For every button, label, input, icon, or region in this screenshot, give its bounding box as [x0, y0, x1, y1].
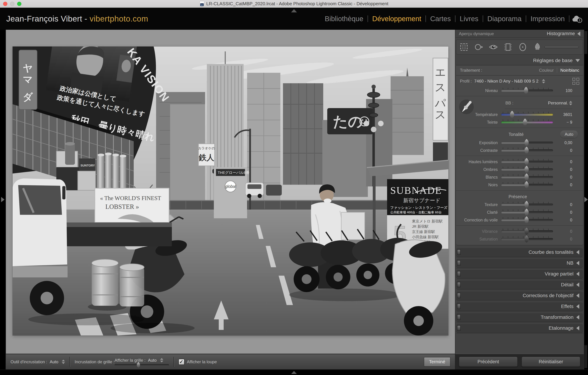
wb-stepper[interactable]	[569, 101, 572, 105]
auto-tone-button[interactable]: Auto	[560, 131, 578, 138]
slider-value[interactable]: 0	[553, 160, 572, 164]
panel-toggle-switch[interactable]	[457, 314, 461, 320]
module-cartes[interactable]: Cartes	[426, 15, 455, 23]
close-window-button[interactable]	[3, 2, 7, 6]
zoom-window-button[interactable]	[17, 2, 21, 6]
niveau-slider[interactable]	[501, 90, 553, 92]
panel-detail[interactable]: Détail	[456, 280, 583, 289]
hide-right-panel-arrow[interactable]	[585, 197, 588, 202]
slider-value[interactable]: 0	[553, 182, 572, 187]
previous-button[interactable]: Précédent	[459, 357, 518, 367]
slider-thumb[interactable]	[524, 228, 529, 235]
slider-value[interactable]: 3601	[553, 112, 572, 117]
cloud-sync-alert-icon[interactable]: !	[571, 15, 583, 23]
show-loupe-checkbox[interactable]: ✓	[178, 359, 184, 365]
graduated-filter-tool-icon[interactable]	[503, 42, 513, 52]
panel-toggle-switch[interactable]	[457, 304, 461, 309]
whites-slider[interactable]	[501, 176, 553, 178]
module-developpement[interactable]: Développement	[368, 15, 425, 23]
slider-value[interactable]: 0	[553, 167, 572, 172]
module-bibliotheque[interactable]: Bibliothèque	[321, 15, 368, 23]
module-diaporama[interactable]: Diaporama	[483, 15, 526, 23]
radial-filter-tool-icon[interactable]	[518, 42, 527, 52]
slider-value[interactable]: 0	[553, 202, 572, 207]
panel-split-toning[interactable]: Virage partiel	[456, 270, 583, 278]
panel-lens-corrections[interactable]: Corrections de l'objectif	[456, 291, 583, 300]
exposure-slider[interactable]	[501, 142, 553, 144]
red-eye-tool-icon[interactable]	[489, 42, 498, 52]
panel-toggle-switch[interactable]	[457, 325, 461, 331]
slider-thumb[interactable]	[509, 111, 515, 118]
vibrance-slider[interactable]	[501, 230, 553, 233]
dehaze-slider[interactable]	[501, 219, 553, 221]
show-left-panel-arrow[interactable]	[1, 197, 5, 202]
panel-toggle-switch[interactable]	[457, 282, 461, 287]
wb-value[interactable]: Personnal.	[548, 101, 568, 105]
minimize-window-button[interactable]	[10, 2, 14, 6]
module-impression[interactable]: Impression	[526, 15, 569, 23]
overlay-tool-stepper[interactable]	[62, 360, 65, 364]
slider-thumb[interactable]	[524, 147, 529, 154]
profile-value[interactable]: 7460 - Nikon D Any - N&B 009 S 2	[474, 79, 538, 84]
panel-toggle-switch[interactable]	[457, 271, 461, 276]
panel-toggle-switch[interactable]	[457, 260, 461, 266]
slider-value[interactable]: − 9	[553, 120, 572, 125]
temperature-slider[interactable]	[501, 113, 553, 116]
panel-calibration[interactable]: Etalonnage	[456, 324, 583, 333]
smart-preview-status[interactable]: Aperçu dynamique	[459, 31, 494, 36]
crop-tool-icon[interactable]	[459, 42, 469, 52]
module-livres[interactable]: Livres	[455, 15, 483, 23]
histogram-panel-header[interactable]: Histogramme	[547, 31, 580, 36]
slider-thumb[interactable]	[524, 181, 529, 188]
highlights-slider[interactable]	[501, 161, 553, 163]
adjustment-brush-tool-icon[interactable]	[533, 42, 542, 52]
saturation-slider[interactable]	[501, 238, 553, 240]
clarity-slider[interactable]	[501, 211, 553, 213]
show-grid-value[interactable]: Auto	[148, 358, 157, 363]
slider-thumb[interactable]	[524, 216, 529, 223]
show-filmstrip-arrow[interactable]	[291, 371, 297, 374]
profile-browser-icon[interactable]	[572, 78, 579, 85]
slider-thumb[interactable]	[524, 166, 529, 173]
panel-effects[interactable]: Effets	[456, 302, 583, 311]
right-panel-scroll[interactable]: Aperçu dynamique Histogramme	[455, 30, 584, 354]
slider-thumb[interactable]	[524, 209, 529, 216]
slider-value[interactable]: 100	[553, 88, 572, 93]
overlay-tool-value[interactable]: Auto	[50, 359, 58, 364]
texture-slider[interactable]	[501, 203, 553, 206]
panel-transform[interactable]: Transformation	[456, 313, 583, 322]
grid-size-slider-thumb[interactable]	[136, 362, 140, 368]
slider-value[interactable]: 0	[553, 148, 572, 153]
done-button[interactable]: Terminé	[424, 357, 451, 367]
basic-panel-header[interactable]: Réglages de base	[455, 56, 584, 65]
panel-tone-curve[interactable]: Courbe des tonalités	[456, 248, 583, 257]
slider-value[interactable]: 0	[553, 210, 572, 215]
slider-thumb[interactable]	[524, 139, 529, 146]
tint-slider[interactable]	[501, 121, 553, 123]
slider-thumb[interactable]	[524, 201, 529, 208]
panel-toggle-switch[interactable]	[457, 249, 461, 255]
slider-thumb[interactable]	[524, 87, 529, 94]
slider-value[interactable]: 0	[553, 218, 572, 223]
panel-bw[interactable]: NB	[456, 259, 583, 267]
panel-toggle-switch[interactable]	[457, 293, 461, 298]
spot-removal-tool-icon[interactable]	[474, 42, 483, 52]
slider-thumb[interactable]	[524, 158, 529, 165]
slider-thumb[interactable]	[522, 118, 528, 126]
contrast-slider[interactable]	[501, 149, 553, 152]
slider-thumb[interactable]	[524, 235, 529, 243]
grid-size-slider[interactable]	[115, 364, 169, 366]
wb-eyedropper-icon[interactable]	[459, 99, 474, 116]
profile-stepper[interactable]	[542, 79, 545, 83]
photo-canvas[interactable]: たの エスパス	[13, 47, 448, 335]
treatment-bw-option[interactable]: Noir/blanc	[560, 68, 579, 73]
hide-top-panel-arrow[interactable]	[291, 9, 297, 12]
shadows-slider[interactable]	[501, 168, 553, 171]
show-grid-stepper[interactable]	[160, 358, 163, 362]
slider-thumb[interactable]	[524, 173, 529, 181]
slider-value[interactable]: 0	[553, 175, 572, 180]
slider-value[interactable]: 0,00	[553, 141, 572, 145]
blacks-slider[interactable]	[501, 184, 553, 186]
reset-button[interactable]: Réinitialiser	[522, 357, 580, 367]
treatment-color-option[interactable]: Couleur	[539, 68, 554, 73]
